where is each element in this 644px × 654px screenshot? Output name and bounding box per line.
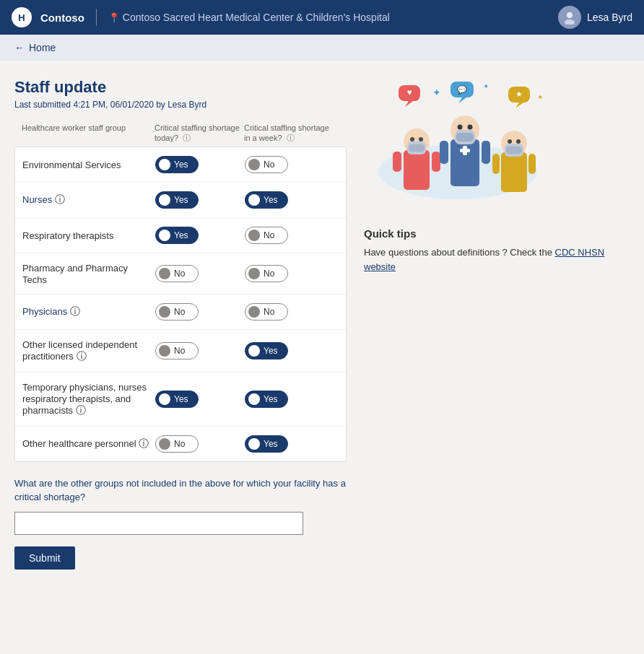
toggle-week[interactable]: Yes — [245, 391, 288, 408]
toggle-circle — [248, 438, 260, 450]
table-row: Temporary physicians, nurses respiratory… — [15, 372, 346, 427]
svg-text:♥: ♥ — [406, 87, 412, 97]
toggle-week[interactable]: Yes — [245, 342, 288, 359]
toggle-circle — [159, 230, 170, 241]
toggle-label: No — [264, 307, 274, 317]
question-text: What are the other groups not included i… — [14, 476, 347, 505]
brand-name: Contoso — [40, 12, 84, 24]
app-logo: H — [12, 7, 32, 27]
toggle-week-cell: No — [245, 156, 331, 173]
quick-tips-section: Quick tips Have questions about definiti… — [364, 227, 630, 274]
info-icon-week: ⓘ — [287, 134, 295, 142]
toggle-label: Yes — [174, 394, 188, 404]
staff-name-cell: Environmental Services — [22, 159, 152, 170]
toggle-circle — [248, 230, 260, 241]
svg-marker-30 — [405, 101, 413, 107]
toggle-week-cell: Yes — [245, 191, 331, 209]
svg-rect-20 — [463, 146, 467, 155]
other-groups-input[interactable] — [14, 512, 303, 535]
table-row: Physicians ⓘNoNo — [15, 295, 346, 330]
toggle-today-cell: No — [155, 342, 242, 359]
toggle-circle — [248, 345, 260, 357]
quick-tips-text: Have questions about definitions ? Check… — [364, 245, 630, 274]
info-icon: ⓘ — [74, 350, 87, 362]
info-icon: ⓘ — [73, 404, 86, 416]
toggle-week-cell: No — [245, 303, 331, 321]
staff-name[interactable]: Physicians — [22, 306, 67, 317]
svg-rect-28 — [528, 154, 536, 174]
staff-name-cell: Temporary physicians, nurses respiratory… — [22, 381, 152, 417]
staff-name-cell: Physicians ⓘ — [22, 305, 152, 318]
nav-divider — [96, 9, 97, 26]
toggle-label: Yes — [264, 439, 278, 449]
toggle-circle — [159, 159, 170, 170]
toggle-today[interactable]: Yes — [155, 191, 199, 209]
toggle-today[interactable]: Yes — [155, 156, 199, 173]
staff-name-cell: Pharmacy and Pharmacy Techs — [22, 262, 152, 285]
svg-point-15 — [458, 125, 463, 130]
toggle-today[interactable]: Yes — [155, 391, 199, 408]
toggle-today[interactable]: Yes — [155, 227, 199, 244]
toggle-week[interactable]: No — [245, 227, 288, 244]
toggle-label: Yes — [174, 160, 188, 170]
toggle-today[interactable]: No — [155, 303, 199, 321]
back-arrow-icon: ← — [14, 42, 25, 53]
toggle-circle — [159, 306, 170, 318]
table-row: Other licensed independent practitioners… — [15, 330, 346, 372]
toggle-week[interactable]: Yes — [245, 435, 288, 453]
staff-name-cell: Other licensed independent practitioners… — [22, 339, 152, 363]
toggle-today-cell: No — [155, 435, 242, 453]
toggle-label: Yes — [174, 230, 188, 240]
svg-text:✦: ✦ — [432, 87, 441, 98]
staff-name: Pharmacy and Pharmacy Techs — [22, 263, 128, 285]
staff-name: Other healthcare personnel — [22, 438, 136, 449]
toggle-label: No — [264, 230, 274, 240]
toggle-today[interactable]: No — [155, 265, 199, 282]
staff-table: Environmental ServicesYesNoNurses ⓘYesYe… — [14, 147, 347, 462]
top-navigation: H Contoso 📍 Contoso Sacred Heart Medical… — [0, 0, 644, 35]
toggle-circle — [159, 194, 170, 206]
toggle-circle — [159, 268, 170, 279]
svg-rect-27 — [492, 154, 500, 174]
toggle-week[interactable]: Yes — [245, 191, 288, 209]
toggle-circle — [248, 268, 260, 279]
staff-name-cell: Other healthcare personnel ⓘ — [22, 437, 152, 450]
toggle-today[interactable]: No — [155, 435, 199, 453]
toggle-label: No — [174, 307, 185, 317]
svg-point-0 — [567, 12, 573, 18]
toggle-week-cell: Yes — [245, 391, 331, 408]
svg-rect-6 — [409, 144, 425, 152]
svg-rect-24 — [506, 147, 522, 154]
toggle-week-cell: Yes — [245, 342, 331, 359]
svg-rect-14 — [456, 133, 474, 141]
toggle-today[interactable]: No — [155, 342, 199, 359]
user-menu[interactable]: Lesa Byrd — [558, 6, 632, 29]
staff-name-cell: Nurses ⓘ — [22, 193, 152, 206]
staff-name: Environmental Services — [22, 160, 121, 170]
toggle-circle — [248, 194, 260, 206]
toggle-circle — [159, 438, 170, 450]
table-row: Environmental ServicesYesNo — [15, 147, 346, 183]
toggle-today-cell: Yes — [155, 227, 242, 244]
toggle-circle — [248, 393, 260, 405]
table-row: Pharmacy and Pharmacy TechsNoNo — [15, 253, 346, 295]
info-icon-today: ⓘ — [183, 134, 191, 142]
left-column: Staff update Last submitted 4:21 PM, 06/… — [14, 78, 347, 570]
toggle-week[interactable]: No — [245, 156, 288, 173]
staff-name: Respiratory therapists — [22, 230, 113, 241]
avatar — [558, 6, 581, 29]
submit-button[interactable]: Submit — [14, 546, 75, 570]
toggle-today-cell: No — [155, 303, 242, 321]
toggle-circle — [159, 345, 170, 357]
toggle-week[interactable]: No — [245, 265, 288, 282]
svg-rect-21 — [501, 152, 527, 192]
svg-rect-17 — [440, 141, 448, 164]
toggle-today-cell: No — [155, 265, 242, 282]
toggle-today-cell: Yes — [155, 391, 242, 408]
back-home-link[interactable]: ← Home — [14, 42, 56, 53]
toggle-week[interactable]: No — [245, 303, 288, 321]
staff-name[interactable]: Nurses — [22, 194, 52, 205]
toggle-week-cell: Yes — [245, 435, 331, 453]
svg-text:★: ★ — [515, 90, 523, 98]
col-header-group: Healthcare worker staff group — [22, 123, 152, 144]
